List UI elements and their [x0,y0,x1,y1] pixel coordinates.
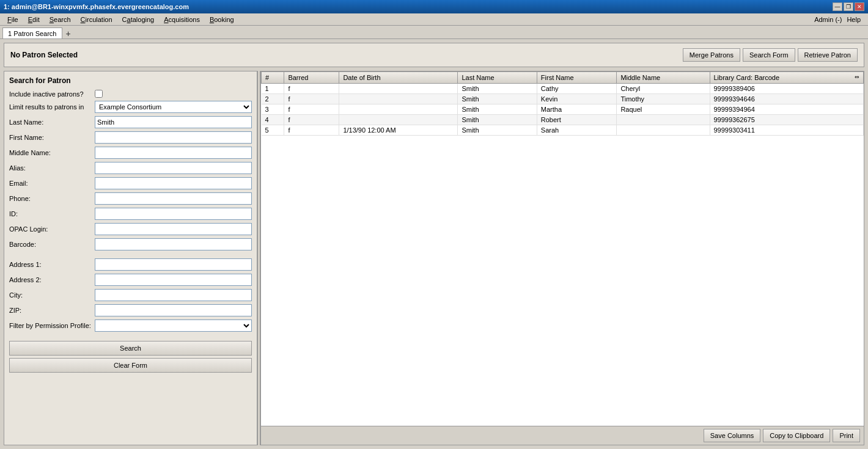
table-cell: f [284,84,339,94]
add-tab-button[interactable]: + [64,29,73,38]
first-name-row: First Name: [9,131,252,144]
city-input[interactable] [95,289,252,301]
title-bar: 1: admin@BR1-winxpvmfx.phasefx.evergreen… [0,0,868,13]
tab-patron-search[interactable]: 1 Patron Search [2,27,62,38]
phone-input[interactable] [95,192,252,205]
zip-row: ZIP: [9,304,252,316]
search-form-button[interactable]: Search Form [743,48,795,62]
retrieve-patron-button[interactable]: Retrieve Patron [798,48,858,62]
clear-form-button[interactable]: Clear Form [9,358,252,373]
menu-edit[interactable]: Edit [23,15,45,24]
filter-permission-label: Filter by Permission Profile: [9,322,95,329]
menu-circulation[interactable]: Circulation [76,15,117,24]
first-name-input[interactable] [95,131,252,144]
minimize-button[interactable]: — [833,2,842,11]
col-header-num[interactable]: # [262,72,284,84]
window-controls: — ❐ ✕ [833,2,864,11]
opac-login-input[interactable] [95,223,252,235]
table-cell: 2 [262,94,284,104]
city-label: City: [9,291,95,299]
id-label: ID: [9,210,95,217]
last-name-input[interactable] [95,116,252,128]
col-header-barred[interactable]: Barred [284,72,339,84]
table-cell [339,104,458,115]
table-row[interactable]: 2fSmithKevinTimothy99999394646 [262,94,864,104]
alias-input[interactable] [95,162,252,174]
copy-clipboard-button[interactable]: Copy to Clipboard [763,429,830,442]
address2-row: Address 2: [9,274,252,286]
menu-cataloging[interactable]: Cataloging [117,15,160,24]
filter-permission-row: Filter by Permission Profile: [9,319,252,332]
opac-login-row: OPAC Login: [9,223,252,235]
barcode-input[interactable] [95,238,252,250]
restore-button[interactable]: ❐ [844,2,853,11]
id-input[interactable] [95,208,252,220]
table-row[interactable]: 4fSmithRobert99999362675 [262,115,864,125]
alias-row: Alias: [9,162,252,174]
table-cell [617,115,710,125]
table-cell: Robert [537,115,617,125]
limit-results-label: Limit results to patrons in [9,103,95,111]
col-header-barcode[interactable]: Library Card: Barcode ⇔ [710,72,864,84]
table-cell: 3 [262,104,284,115]
close-window-button[interactable]: ✕ [855,2,864,11]
middle-name-label: Middle Name: [9,149,95,156]
menu-acquisitions[interactable]: Acquisitions [159,15,205,24]
include-inactive-checkbox[interactable] [95,90,103,98]
limit-results-row: Limit results to patrons in Example Cons… [9,101,252,113]
menu-booking[interactable]: Booking [205,15,239,24]
column-resize-icon[interactable]: ⇔ [855,74,859,80]
col-header-lastname[interactable]: Last Name [458,72,537,84]
table-cell: Raquel [617,104,710,115]
limit-results-select[interactable]: Example Consortium [95,101,252,113]
table-cell [339,94,458,104]
table-cell: Cathy [537,84,617,94]
col-header-middlename[interactable]: Middle Name [617,72,710,84]
save-columns-button[interactable]: Save Columns [704,429,761,442]
table-cell: Smith [458,104,537,115]
address2-label: Address 2: [9,276,95,283]
table-cell: Timothy [617,94,710,104]
middle-name-input[interactable] [95,147,252,159]
table-cell: 99999303411 [710,125,864,136]
barcode-row: Barcode: [9,238,252,250]
table-cell: 99999362675 [710,115,864,125]
email-row: Email: [9,177,252,189]
address1-row: Address 1: [9,258,252,271]
col-header-dob[interactable]: Date of Birth [339,72,458,84]
tab-bar: 1 Patron Search + [0,26,868,39]
search-button[interactable]: Search [9,341,252,356]
table-cell: f [284,125,339,136]
content-area: Search for Patron Include inactive patro… [4,71,864,445]
first-name-label: First Name: [9,134,95,141]
zip-label: ZIP: [9,307,95,314]
table-cell: 99999394646 [710,94,864,104]
menu-help[interactable]: Help [847,16,861,23]
phone-row: Phone: [9,192,252,205]
table-cell: Smith [458,84,537,94]
results-table: # Barred Date of Birth Last Name First N… [261,71,864,136]
col-header-firstname[interactable]: First Name [537,72,617,84]
table-row[interactable]: 1fSmithCathyCheryl99999389406 [262,84,864,94]
address2-input[interactable] [95,274,252,286]
address1-input[interactable] [95,258,252,271]
barcode-label: Barcode: [9,241,95,248]
table-cell: 4 [262,115,284,125]
patron-status: No Patron Selected [10,51,78,59]
main-window: No Patron Selected Merge Patrons Search … [0,39,868,449]
top-info-bar: No Patron Selected Merge Patrons Search … [4,43,864,67]
table-row[interactable]: 3fSmithMarthaRaquel99999394964 [262,104,864,115]
zip-input[interactable] [95,304,252,316]
print-button[interactable]: Print [833,429,860,442]
top-buttons: Merge Patrons Search Form Retrieve Patro… [683,48,858,62]
table-row[interactable]: 5f1/13/90 12:00 AMSmithSarah99999303411 [262,125,864,136]
table-cell: 99999389406 [710,84,864,94]
menu-file[interactable]: File [2,15,23,24]
menu-search[interactable]: Search [45,15,76,24]
merge-patrons-button[interactable]: Merge Patrons [683,48,740,62]
menu-right: Admin (-) Help [814,16,866,23]
email-input[interactable] [95,177,252,189]
results-table-container[interactable]: # Barred Date of Birth Last Name First N… [261,71,864,426]
menu-admin[interactable]: Admin (-) [814,16,842,23]
filter-permission-select[interactable] [95,319,252,332]
